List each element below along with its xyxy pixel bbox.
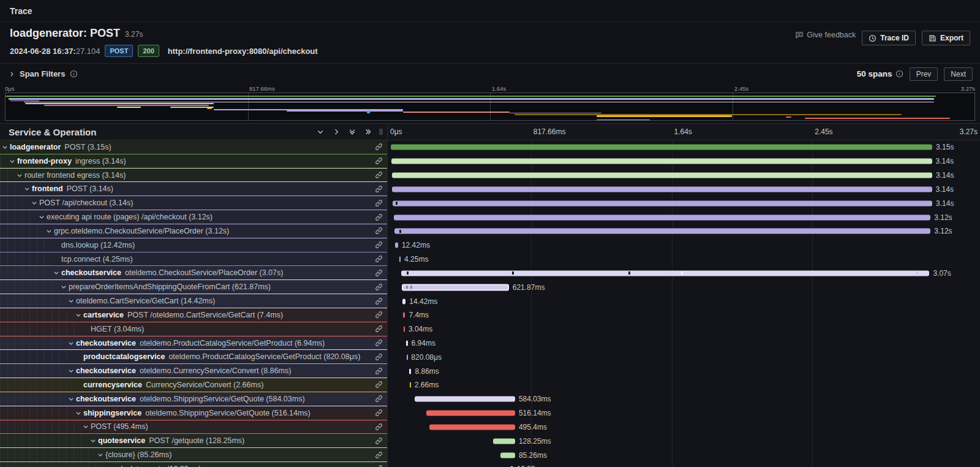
span-bar[interactable]	[394, 229, 931, 234]
span-name-cell[interactable]: grpc.oteldemo.CheckoutService/PlaceOrder…	[0, 224, 370, 238]
span-row[interactable]: HGET (3.04ms) 3.04ms	[0, 322, 980, 336]
span-name-cell[interactable]: {closure} (85.26ms)	[0, 448, 370, 461]
expand-all-icon[interactable]	[364, 128, 372, 135]
span-name-cell[interactable]: productcatalogservice oteldemo.ProductCa…	[0, 350, 370, 363]
span-link-icon[interactable]	[370, 364, 387, 378]
span-collapse-chevron-icon[interactable]	[7, 158, 17, 164]
span-name-cell[interactable]: frontend-proxy ingress (3.14s)	[0, 154, 370, 168]
span-row[interactable]: shippingservice oteldemo.ShippingService…	[0, 406, 980, 420]
span-timeline-cell[interactable]: 6.94ms	[387, 336, 980, 351]
span-bar[interactable]	[415, 397, 515, 402]
span-timeline-cell[interactable]: 7.4ms	[387, 308, 980, 322]
span-timeline-cell[interactable]: 3.14s	[387, 154, 980, 169]
span-timeline-cell[interactable]: 3.04ms	[387, 322, 980, 336]
span-bar[interactable]	[394, 215, 931, 220]
span-bar[interactable]	[410, 382, 411, 388]
span-name-cell[interactable]: checkoutservice oteldemo.ShippingService…	[0, 392, 370, 406]
expand-one-icon[interactable]	[333, 128, 340, 135]
span-link-icon[interactable]	[370, 350, 387, 363]
span-link-icon[interactable]	[370, 238, 387, 252]
span-timeline-cell[interactable]: 2.66ms	[387, 378, 980, 392]
span-name-cell[interactable]: cartservice POST /oteldemo.CartService/G…	[0, 308, 370, 322]
span-name-cell[interactable]: checkoutservice oteldemo.CurrencyService…	[0, 364, 370, 378]
span-link-icon[interactable]	[370, 308, 387, 322]
span-collapse-chevron-icon[interactable]	[66, 368, 76, 374]
collapse-all-icon[interactable]	[349, 128, 356, 135]
span-link-icon[interactable]	[370, 462, 387, 467]
span-filters-toggle[interactable]: Span Filters	[9, 69, 78, 78]
span-bar[interactable]	[399, 257, 401, 262]
span-name-cell[interactable]: POST (495.4ms)	[0, 420, 370, 434]
span-link-icon[interactable]	[370, 182, 387, 196]
span-link-icon[interactable]	[370, 224, 387, 238]
span-timeline-cell[interactable]: 584.03ms	[387, 392, 980, 406]
span-row[interactable]: frontend POST (3.14s) 3.14s	[0, 182, 980, 196]
collapse-one-icon[interactable]	[317, 128, 324, 135]
span-row[interactable]: frontend-proxy ingress (3.14s) 3.14s	[0, 154, 980, 169]
span-link-icon[interactable]	[370, 169, 387, 182]
span-name-cell[interactable]: POST /api/checkout (3.14s)	[0, 196, 370, 210]
span-timeline-cell[interactable]: 3.12s	[387, 224, 980, 238]
span-timeline-cell[interactable]: 12.42ms	[387, 238, 980, 252]
span-name-cell[interactable]: dns.lookup (12.42ms)	[0, 238, 370, 252]
span-link-icon[interactable]	[370, 322, 387, 336]
span-row[interactable]: checkoutservice oteldemo.ProductCatalogS…	[0, 336, 980, 351]
span-name-cell[interactable]: frontend POST (3.14s)	[0, 182, 370, 196]
span-collapse-chevron-icon[interactable]	[66, 340, 76, 346]
span-timeline-cell[interactable]: 516.14ms	[387, 406, 980, 420]
span-name-cell[interactable]: quoteservice POST /getquote (128.25ms)	[0, 434, 370, 447]
span-timeline-cell[interactable]: 14.42ms	[387, 294, 980, 308]
span-name-cell[interactable]: executing api route (pages) /api/checkou…	[0, 210, 370, 224]
span-row[interactable]: cartservice POST /oteldemo.CartService/G…	[0, 308, 980, 322]
span-name-cell[interactable]: oteldemo.CartService/GetCart (14.42ms)	[0, 294, 370, 308]
span-row[interactable]: calculate-quote (16.33ms) 16.33ms	[0, 462, 980, 467]
span-bar[interactable]	[401, 270, 929, 276]
span-timeline-cell[interactable]: 3.14s	[387, 182, 980, 196]
span-row[interactable]: checkoutservice oteldemo.CurrencyService…	[0, 364, 980, 378]
span-row[interactable]: currencyservice CurrencyService/Convert …	[0, 378, 980, 392]
span-bar[interactable]	[426, 411, 515, 416]
span-name-cell[interactable]: shippingservice oteldemo.ShippingService…	[0, 406, 370, 420]
span-collapse-chevron-icon[interactable]	[22, 186, 32, 192]
span-collapse-chevron-icon[interactable]	[81, 423, 91, 430]
minimap-canvas[interactable]	[5, 93, 975, 121]
span-bar[interactable]	[409, 368, 411, 374]
span-collapse-chevron-icon[interactable]	[74, 410, 83, 416]
span-timeline-cell[interactable]: 3.12s	[387, 210, 980, 224]
span-link-icon[interactable]	[370, 154, 387, 168]
span-bar[interactable]	[393, 200, 932, 206]
span-row[interactable]: prepareOrderItemsAndShippingQuoteFromCar…	[0, 280, 980, 294]
span-timeline-cell[interactable]: 495.4ms	[387, 420, 980, 435]
span-link-icon[interactable]	[370, 392, 387, 406]
span-row[interactable]: executing api route (pages) /api/checkou…	[0, 210, 980, 224]
span-timeline-cell[interactable]: 85.26ms	[387, 448, 980, 462]
span-name-cell[interactable]: checkoutservice oteldemo.CheckoutService…	[0, 266, 370, 279]
span-row[interactable]: quoteservice POST /getquote (128.25ms) 1…	[0, 434, 980, 448]
column-resize-handle[interactable]	[378, 129, 383, 135]
span-bar[interactable]	[403, 313, 405, 318]
span-link-icon[interactable]	[370, 252, 387, 266]
span-collapse-chevron-icon[interactable]	[96, 452, 105, 458]
span-collapse-chevron-icon[interactable]	[44, 228, 54, 234]
span-link-icon[interactable]	[370, 378, 387, 392]
span-timeline-cell[interactable]: 128.25ms	[387, 434, 980, 448]
span-bar[interactable]	[493, 438, 515, 444]
span-row[interactable]: dns.lookup (12.42ms) 12.42ms	[0, 238, 980, 252]
span-collapse-chevron-icon[interactable]	[0, 144, 10, 150]
span-bar[interactable]	[500, 452, 515, 458]
span-collapse-chevron-icon[interactable]	[66, 396, 76, 402]
span-bar[interactable]	[402, 298, 405, 304]
span-timeline-cell[interactable]: 8.86ms	[387, 364, 980, 378]
span-bar[interactable]	[404, 327, 405, 332]
span-timeline-cell[interactable]: 3.14s	[387, 169, 980, 183]
span-name-cell[interactable]: currencyservice CurrencyService/Convert …	[0, 378, 370, 392]
span-collapse-chevron-icon[interactable]	[37, 214, 47, 220]
span-timeline-cell[interactable]: 4.25ms	[387, 252, 980, 267]
prev-button[interactable]: Prev	[910, 67, 938, 81]
span-link-icon[interactable]	[370, 266, 387, 279]
span-collapse-chevron-icon[interactable]	[29, 200, 39, 206]
span-name-cell[interactable]: HGET (3.04ms)	[0, 322, 370, 336]
next-button[interactable]: Next	[944, 67, 973, 81]
span-bar[interactable]	[391, 159, 932, 164]
span-row[interactable]: tcp.connect (4.25ms) 4.25ms	[0, 252, 980, 267]
